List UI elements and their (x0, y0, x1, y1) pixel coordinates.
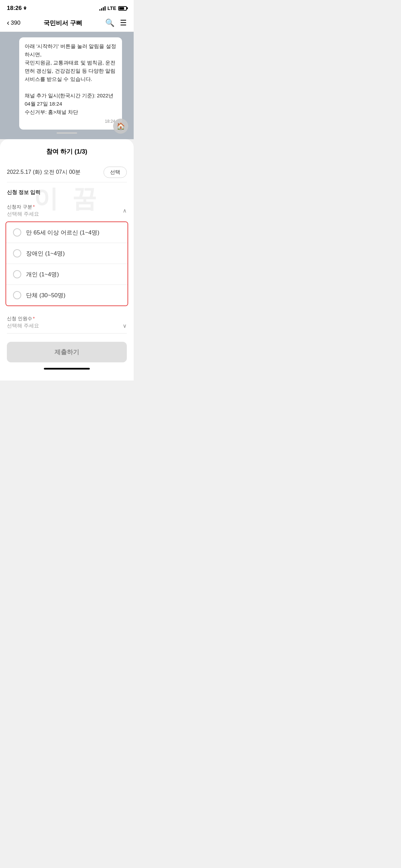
chevron-down-icon: ∨ (123, 323, 127, 329)
home-indicator (44, 368, 90, 370)
radio-option-2[interactable]: 장애인 (1~4명) (6, 243, 127, 264)
status-bar: 18:26 LTE (0, 0, 134, 14)
chat-area: 아래 '시작하기' 버튼을 눌러 알림을 설정하시면, 국민지원금, 교통과태료… (0, 32, 134, 139)
chevron-up-icon: ∧ (123, 207, 127, 214)
search-icon[interactable]: 🔍 (105, 19, 114, 27)
battery-icon (118, 6, 127, 11)
radio-circle-3 (13, 270, 21, 278)
watermark-area: 이 꿈 신청 정보 입력 신청자 구분* 선택해 주세요 ∧ (7, 189, 127, 221)
bottom-sheet: 참여 하기 (1/3) 2022.5.17 (화) 오전 07시 00분 선택 … (0, 139, 134, 381)
home-button[interactable]: 🏠 (113, 119, 128, 134)
select-button[interactable]: 선택 (104, 167, 127, 178)
radio-circle-1 (13, 228, 21, 237)
page-title: 국민비서 구삐 (44, 19, 82, 27)
sheet-title: 참여 하기 (1/3) (7, 147, 127, 156)
radio-option-1[interactable]: 만 65세 이상 어르신 (1~4명) (6, 222, 127, 243)
submit-button[interactable]: 제출하기 (7, 342, 127, 362)
applicant-type-placeholder: 선택해 주세요 (7, 211, 39, 217)
section-label: 신청 정보 입력 (7, 189, 127, 196)
scroll-indicator (57, 132, 77, 134)
back-button[interactable]: ‹ 390 (7, 19, 21, 27)
chat-message: 아래 '시작하기' 버튼을 눌러 알림을 설정하시면, 국민지원금, 교통과태료… (25, 43, 116, 115)
radio-label-3: 개인 (1~4명) (26, 270, 59, 278)
back-chevron: ‹ (7, 19, 9, 27)
radio-circle-2 (13, 249, 21, 257)
date-text: 2022.5.17 (화) 오전 07시 00분 (7, 169, 81, 176)
chat-time: 18:24 (25, 118, 115, 125)
radio-label-4: 단체 (30~50명) (26, 291, 65, 299)
chat-bubble: 아래 '시작하기' 버튼을 눌러 알림을 설정하시면, 국민지원금, 교통과태료… (19, 37, 122, 130)
radio-circle-4 (13, 291, 21, 299)
applicant-type-label: 신청자 구분* (7, 204, 39, 210)
nav-bar: ‹ 390 국민비서 구삐 🔍 ☰ (0, 14, 134, 32)
radio-option-3[interactable]: 개인 (1~4명) (6, 264, 127, 285)
back-number: 390 (11, 20, 20, 26)
applicant-type-header[interactable]: 신청자 구분* 선택해 주세요 ∧ (7, 201, 127, 221)
nav-icons: 🔍 ☰ (105, 19, 127, 27)
status-right: LTE (99, 5, 127, 11)
radio-label-1: 만 65세 이상 어르신 (1~4명) (26, 229, 99, 237)
status-time: 18:26 (7, 5, 27, 12)
applicant-count-label: 신청 인원수* (7, 316, 39, 322)
radio-option-4[interactable]: 단체 (30~50명) (6, 285, 127, 305)
signal-icon (99, 6, 106, 11)
radio-label-2: 장애인 (1~4명) (26, 250, 65, 257)
lte-label: LTE (108, 5, 116, 11)
location-icon (23, 6, 27, 10)
applicant-count-section[interactable]: 신청 인원수* 선택해 주세요 ∨ (7, 312, 127, 334)
applicant-count-placeholder: 선택해 주세요 (7, 323, 39, 329)
date-row: 2022.5.17 (화) 오전 07시 00분 선택 (7, 162, 127, 182)
menu-icon[interactable]: ☰ (120, 19, 127, 27)
time-text: 18:26 (7, 5, 22, 12)
applicant-count-field: 신청 인원수* 선택해 주세요 (7, 316, 39, 329)
radio-options-container: 만 65세 이상 어르신 (1~4명) 장애인 (1~4명) 개인 (1~4명)… (5, 221, 128, 306)
applicant-type-field: 신청자 구분* 선택해 주세요 (7, 204, 39, 217)
